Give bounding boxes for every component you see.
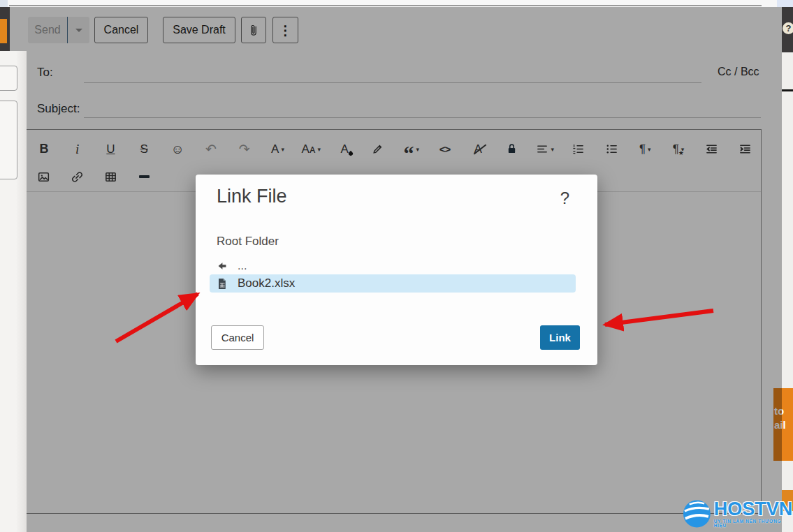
folder-name-label: Root Folder	[217, 235, 279, 249]
screen: Send Cancel Save Draft ⋮ To: Cc / Bcc Su…	[0, 0, 793, 532]
link-file-dialog: Link File ? Root Folder ...Book2.xlsx Ca…	[196, 175, 597, 365]
brand-logo	[0, 19, 7, 43]
folder-up-item[interactable]: ...	[210, 258, 576, 274]
watermark-tagline: UY TÍN LÀM NÊN THƯƠNG HIỆU	[714, 519, 793, 529]
file-item-label: Book2.xlsx	[238, 276, 295, 290]
sidebar-panel[interactable]	[0, 101, 17, 179]
dialog-cancel-button[interactable]: Cancel	[211, 325, 264, 350]
hostvn-globe-icon	[683, 499, 711, 529]
app-left-sidebar	[0, 51, 27, 532]
back-arrow-icon	[217, 261, 228, 271]
dialog-title: Link File	[217, 186, 287, 207]
spreadsheet-file-icon	[217, 278, 228, 290]
app-header-left-edge	[0, 7, 10, 51]
sidebar-button[interactable]	[0, 66, 17, 91]
window-top-strip	[0, 0, 793, 7]
window-edge-line	[9, 5, 762, 6]
dialog-help-icon[interactable]: ?	[560, 189, 569, 208]
top-strip-left-cap	[0, 0, 8, 7]
file-item-label: ...	[238, 260, 247, 272]
file-list: ...Book2.xlsx	[210, 258, 576, 293]
watermark-brand: HOSTVN	[714, 500, 793, 519]
file-item-book2[interactable]: Book2.xlsx	[210, 274, 576, 293]
dialog-link-button[interactable]: Link	[540, 325, 580, 350]
divider	[782, 89, 793, 91]
help-icon[interactable]: ?	[783, 22, 793, 34]
top-strip-right-cap	[777, 0, 793, 7]
hostvn-watermark: HOSTVN UY TÍN LÀM NÊN THƯƠNG HIỆU	[683, 496, 793, 531]
